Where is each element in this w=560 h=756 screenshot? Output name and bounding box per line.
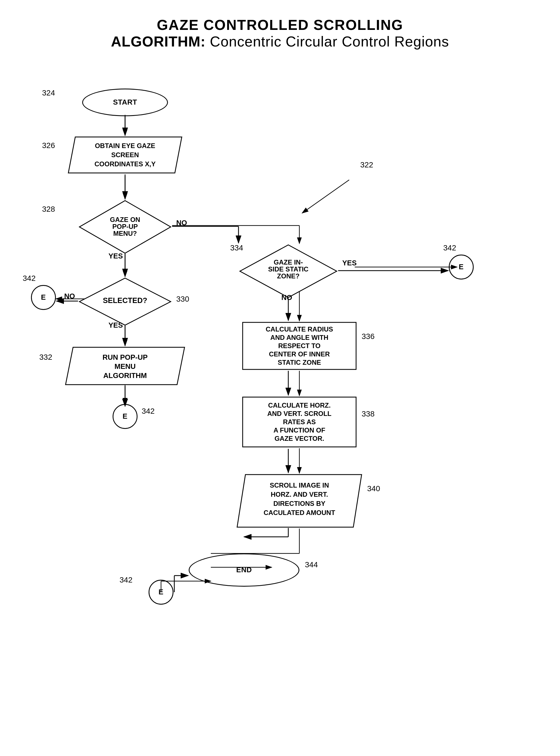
ref-342-2: 342 (142, 407, 155, 416)
selected-yes-label: YES (108, 321, 123, 330)
svg-text:RESPECT TO: RESPECT TO (278, 342, 321, 350)
run-popup-node: RUN POP-UP MENU ALGORITHM (64, 346, 186, 386)
title-subtitle: Concentric Circular Control Regions (205, 34, 449, 49)
e-label-1: E (41, 293, 46, 302)
page: GAZE CONTROLLED SCROLLING ALGORITHM: Con… (0, 0, 560, 756)
gaze-popup-node: GAZE ON POP-UP MENU? (78, 199, 172, 255)
e-node-4: E (148, 580, 174, 605)
e-label-4: E (159, 588, 163, 597)
e-node-1: E (31, 285, 56, 310)
start-node: START (82, 88, 168, 116)
svg-text:RATES AS: RATES AS (283, 418, 316, 425)
e-label-3: E (459, 262, 464, 272)
svg-text:DIRECTIONS BY: DIRECTIONS BY (273, 500, 325, 507)
obtain-node: OBTAIN EYE GAZE SCREEN COORDINATES X,Y (67, 136, 183, 174)
svg-text:OBTAIN EYE GAZE: OBTAIN EYE GAZE (95, 142, 155, 150)
ref-322: 322 (360, 160, 373, 170)
selected-no-label: NO (64, 292, 75, 300)
svg-text:RUN POP-UP: RUN POP-UP (102, 353, 147, 361)
title-block: GAZE CONTROLLED SCROLLING ALGORITHM: Con… (22, 17, 538, 50)
selected-node: SELECTED? (78, 277, 172, 326)
ref-338: 338 (362, 410, 375, 418)
svg-text:GAZE VECTOR.: GAZE VECTOR. (275, 435, 324, 442)
svg-text:CALCULATE RADIUS: CALCULATE RADIUS (266, 325, 333, 333)
svg-text:CALCULATE HORZ.: CALCULATE HORZ. (268, 401, 331, 409)
start-label: START (113, 98, 137, 107)
ref-344: 344 (305, 560, 318, 569)
ref-342-1: 342 (23, 274, 36, 283)
svg-text:ZONE?: ZONE? (277, 272, 299, 280)
e-label-2: E (123, 412, 127, 421)
svg-text:STATIC ZONE: STATIC ZONE (278, 359, 321, 366)
title-line1: GAZE CONTROLLED SCROLLING (22, 17, 538, 33)
svg-text:POP-UP: POP-UP (112, 223, 138, 230)
gaze-popup-yes-label: YES (108, 252, 123, 260)
end-node: END (189, 554, 299, 586)
svg-text:SIDE STATIC: SIDE STATIC (268, 265, 308, 273)
svg-text:COORDINATES X,Y: COORDINATES X,Y (95, 160, 156, 168)
title-algorithm-label: ALGORITHM: (111, 34, 205, 49)
flowchart: 322 START 324 OBTAIN EYE GAZE SCREEN COO… (23, 66, 537, 731)
ref-332: 332 (39, 353, 52, 362)
ref-342-4: 342 (120, 576, 133, 584)
svg-text:SCROLL IMAGE IN: SCROLL IMAGE IN (270, 481, 329, 489)
svg-text:MENU: MENU (115, 362, 136, 371)
svg-text:HORZ. AND VERT.: HORZ. AND VERT. (271, 491, 328, 498)
svg-text:SELECTED?: SELECTED? (103, 296, 147, 305)
e-node-2: E (113, 404, 138, 429)
e-node-3: E (449, 255, 474, 279)
gaze-static-node: GAZE IN- SIDE STATIC ZONE? (239, 243, 338, 299)
svg-text:AND ANGLE WITH: AND ANGLE WITH (270, 334, 328, 341)
svg-text:MENU?: MENU? (113, 230, 137, 237)
svg-text:SCREEN: SCREEN (111, 151, 139, 159)
svg-text:GAZE IN-: GAZE IN- (274, 258, 303, 266)
ref-336: 336 (362, 332, 375, 341)
ref-326: 326 (42, 141, 55, 150)
ref-328: 328 (42, 205, 55, 214)
svg-text:CENTER OF INNER: CENTER OF INNER (269, 350, 330, 358)
svg-text:A FUNCTION OF: A FUNCTION OF (273, 426, 325, 434)
ref-330: 330 (176, 295, 189, 303)
svg-text:ALGORITHM: ALGORITHM (103, 371, 147, 380)
svg-line-18 (302, 180, 349, 213)
svg-text:GAZE ON: GAZE ON (110, 216, 140, 223)
ref-340: 340 (367, 484, 380, 493)
gaze-static-yes-label: YES (342, 259, 357, 267)
ref-342-3: 342 (443, 243, 456, 252)
scroll-image-node: SCROLL IMAGE IN HORZ. AND VERT. DIRECTIO… (236, 473, 363, 529)
svg-text:CACULATED AMOUNT: CACULATED AMOUNT (264, 509, 335, 516)
gaze-popup-no-label: NO (176, 219, 187, 227)
gaze-static-no-label: NO (281, 293, 292, 302)
svg-text:AND VERT. SCROLL: AND VERT. SCROLL (267, 410, 332, 417)
ref-324: 324 (42, 88, 55, 97)
ref-334: 334 (230, 243, 243, 252)
end-label: END (236, 565, 252, 575)
title-line2: ALGORITHM: Concentric Circular Control R… (22, 33, 538, 50)
calc-scroll-node: CALCULATE HORZ. AND VERT. SCROLL RATES A… (241, 396, 358, 448)
calc-radius-node: CALCULATE RADIUS AND ANGLE WITH RESPECT … (241, 321, 358, 371)
